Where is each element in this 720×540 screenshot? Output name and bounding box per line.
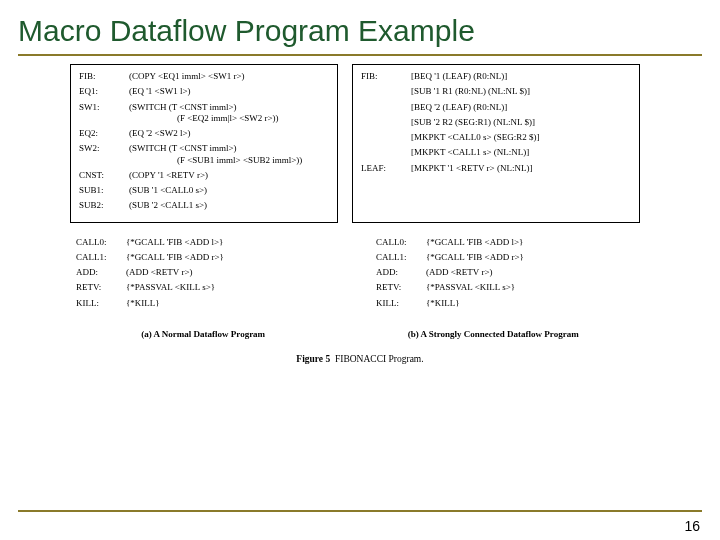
lbl: SUB2: (79, 200, 129, 215)
unboxed-code-row: CALL0: {*GCALL 'FIB <ADD l>} CALL1: {*GC… (70, 237, 650, 313)
code-line-part: (SWITCH (T <CNST imml>) (129, 102, 237, 112)
lbl: LEAF: (361, 163, 411, 178)
code-line: [SUB '2 R2 (SEG:R1) (NL:NL $)] (411, 117, 631, 132)
code-line: {*GCALL 'FIB <ADD r>} (426, 252, 636, 267)
code-table-a: FIB: (COPY <EQ1 imml> <SW1 r>) EQ1: (EQ … (79, 71, 329, 216)
subfigure-captions: (a) A Normal Dataflow Program (b) A Stro… (70, 329, 650, 340)
title-rule (18, 54, 702, 56)
lbl (361, 86, 411, 101)
box-a: FIB: (COPY <EQ1 imml> <SW1 r>) EQ1: (EQ … (70, 64, 338, 223)
code-line: {*GCALL 'FIB <ADD l>} (426, 237, 636, 252)
box-b: FIB: [BEQ '1 (LEAF) (R0:NL)] [SUB '1 R1 … (352, 64, 640, 223)
page-number: 16 (684, 518, 700, 534)
code-line: {*PASSVAL <KILL s>} (426, 282, 636, 297)
footer-rule (18, 510, 702, 512)
code-line: {*GCALL 'FIB <ADD l>} (126, 237, 336, 252)
lbl (361, 132, 411, 147)
code-line: (EQ '1 <SW1 l>) (129, 86, 329, 101)
code-line: (SUB '1 <CALL0 s>) (129, 185, 329, 200)
lbl: CALL1: (376, 252, 426, 267)
figure-number: Figure 5 (296, 354, 330, 364)
lower-col-a: CALL0: {*GCALL 'FIB <ADD l>} CALL1: {*GC… (76, 237, 336, 313)
code-line: {*PASSVAL <KILL s>} (126, 282, 336, 297)
slide-title: Macro Dataflow Program Example (0, 0, 720, 54)
lbl: CALL0: (76, 237, 126, 252)
code-line: (EQ '2 <SW2 l>) (129, 128, 329, 143)
code-line: [MKPKT <CALL1 s> (NL:NL)] (411, 147, 631, 162)
code-line: (COPY '1 <RETV r>) (129, 170, 329, 185)
boxed-code-row: FIB: (COPY <EQ1 imml> <SW1 r>) EQ1: (EQ … (70, 64, 650, 223)
lbl (361, 117, 411, 132)
figure-content: FIB: (COPY <EQ1 imml> <SW1 r>) EQ1: (EQ … (70, 64, 650, 366)
code-table-a-lower: CALL0: {*GCALL 'FIB <ADD l>} CALL1: {*GC… (76, 237, 336, 313)
lower-col-b: CALL0: {*GCALL 'FIB <ADD l>} CALL1: {*GC… (376, 237, 636, 313)
code-table-b-lower: CALL0: {*GCALL 'FIB <ADD l>} CALL1: {*GC… (376, 237, 636, 313)
lbl: SW1: (79, 102, 129, 129)
code-line-part: (F <EQ2 imm|l> <SW2 r>)) (129, 113, 279, 123)
figure-caption: Figure 5 FIBONACCI Program. (70, 354, 650, 366)
code-line: [MKPKT <CALL0 s> (SEG:R2 $)] (411, 132, 631, 147)
slide: Macro Dataflow Program Example FIB: (COP… (0, 0, 720, 540)
lbl: EQ2: (79, 128, 129, 143)
lbl: FIB: (79, 71, 129, 86)
lbl: KILL: (376, 298, 426, 313)
code-line: {*KILL} (126, 298, 336, 313)
lbl: RETV: (76, 282, 126, 297)
code-line: (COPY <EQ1 imml> <SW1 r>) (129, 71, 329, 86)
lbl: KILL: (76, 298, 126, 313)
lbl: RETV: (376, 282, 426, 297)
lbl: EQ1: (79, 86, 129, 101)
caption-b: (b) A Strongly Connected Dataflow Progra… (408, 329, 579, 340)
code-line: [MKPKT '1 <RETV r> (NL:NL)] (411, 163, 631, 178)
code-line: [BEQ '2 (LEAF) (R0:NL)] (411, 102, 631, 117)
lbl: CALL0: (376, 237, 426, 252)
caption-a: (a) A Normal Dataflow Program (141, 329, 265, 340)
lbl: CALL1: (76, 252, 126, 267)
code-line: [BEQ '1 (LEAF) (R0:NL)] (411, 71, 631, 86)
code-line-part: (F <SUB1 imml> <SUB2 imml>)) (129, 155, 302, 165)
figure-title: FIBONACCI Program. (335, 354, 424, 364)
code-line: (SWITCH (T <CNST imml>) (F <EQ2 imm|l> <… (129, 102, 329, 129)
code-line: (ADD <RETV r>) (426, 267, 636, 282)
code-line-part: (SWITCH (T <CNST imml>) (129, 143, 237, 153)
lbl: CNST: (79, 170, 129, 185)
lbl: ADD: (376, 267, 426, 282)
lbl (361, 147, 411, 162)
code-line: [SUB '1 R1 (R0:NL) (NL:NL $)] (411, 86, 631, 101)
code-line: {*GCALL 'FIB <ADD r>} (126, 252, 336, 267)
lbl: ADD: (76, 267, 126, 282)
code-line: (ADD <RETV r>) (126, 267, 336, 282)
lbl: SW2: (79, 143, 129, 170)
code-table-b: FIB: [BEQ '1 (LEAF) (R0:NL)] [SUB '1 R1 … (361, 71, 631, 178)
lbl (361, 102, 411, 117)
code-line: (SWITCH (T <CNST imml>) (F <SUB1 imml> <… (129, 143, 329, 170)
lbl: SUB1: (79, 185, 129, 200)
code-line: (SUB '2 <CALL1 s>) (129, 200, 329, 215)
code-line: {*KILL} (426, 298, 636, 313)
lbl: FIB: (361, 71, 411, 86)
